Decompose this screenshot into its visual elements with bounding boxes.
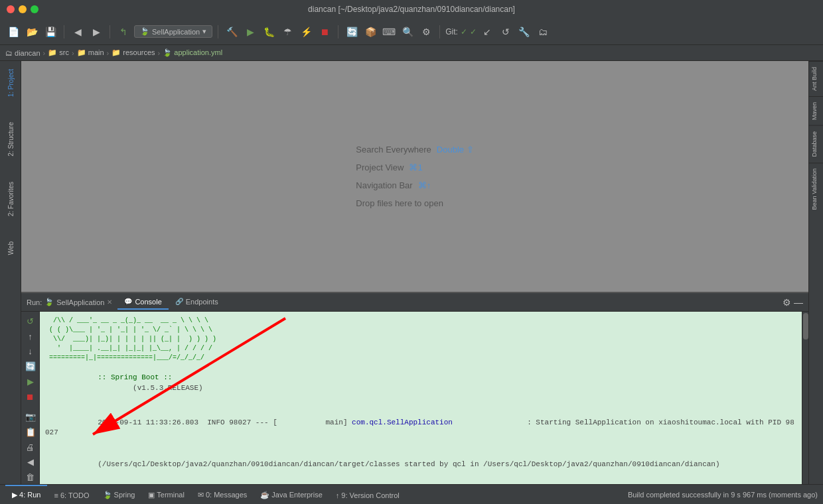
log-spacer	[45, 405, 796, 407]
maximize-button[interactable]	[31, 5, 38, 13]
forward-button[interactable]: ▶	[88, 24, 104, 40]
close-button[interactable]	[7, 5, 15, 13]
window-title: diancan [~/Desktop/java2/quanzhan/0910di…	[308, 5, 515, 14]
profile-button[interactable]: ⚡	[298, 24, 314, 40]
left-sidebar: 1: Project 2: Structure 2: Favorites Web	[0, 61, 21, 484]
close-run-tab[interactable]: ✕	[107, 298, 112, 306]
run-settings-button[interactable]: ⚙ —	[783, 297, 803, 308]
run-content: ↺ ↑ ↓ 🔄 ▶ ⏹ 📷 📋 🖨 ◀ 🗑 /\\ / ___'_ __ _ _…	[21, 312, 808, 484]
camera-button[interactable]: 📷	[21, 410, 40, 424]
bread-file[interactable]: 🍃 application.yml	[163, 48, 222, 57]
stop-button2[interactable]: ⏹	[21, 390, 40, 404]
bottom-tab-java-enterprise[interactable]: ☕ Java Enterprise	[254, 485, 329, 505]
bottom-tab-run[interactable]: ▶ 4: Run	[5, 485, 47, 505]
ascii-art-line2: ( ( )\___ | '_ | '_| | '_ \/ _` | \ \ \ …	[45, 326, 796, 334]
settings-button[interactable]: 🔧	[516, 24, 532, 40]
build-button[interactable]: 🔨	[224, 24, 240, 40]
bottom-tab-messages[interactable]: ✉ 0: Messages	[191, 485, 254, 505]
hint-search: Search Everywhere Double ⇧	[356, 145, 473, 155]
git-check2-icon[interactable]: ✓	[470, 27, 477, 36]
run-button[interactable]: ▶	[242, 24, 258, 40]
bottom-bar: ▶ 4: Run ≡ 6: TODO 🍃 Spring ▣ Terminal ✉…	[0, 484, 823, 504]
sidebar-item-structure[interactable]: 2: Structure	[1, 117, 20, 162]
editor-hints: Search Everywhere Double ⇧ Project View …	[356, 145, 473, 208]
copy-button[interactable]: 📋	[21, 425, 40, 439]
minimize-button[interactable]	[19, 5, 27, 13]
editor-area[interactable]: Search Everywhere Double ⇧ Project View …	[21, 61, 808, 292]
content-area: Search Everywhere Double ⇧ Project View …	[21, 61, 808, 484]
window-controls	[7, 5, 38, 13]
scroll-down-button[interactable]: ↓	[21, 344, 40, 358]
bread-src[interactable]: 📁 src	[48, 48, 69, 57]
vcs-button[interactable]: ⚙	[418, 24, 434, 40]
new-file-button[interactable]: 📄	[5, 24, 21, 40]
right-tab-maven[interactable]: Maven	[809, 96, 823, 125]
resume-button[interactable]: ▶	[21, 375, 40, 389]
keymap-button[interactable]: ⌨	[381, 24, 397, 40]
run-tabs-header: Run: 🍃 SellApplication ✕ 💬 Console 🔗 End…	[21, 293, 808, 312]
console-output[interactable]: /\\ / ___'_ __ _ _(_)_ __ __ _ \ \ \ \ (…	[40, 312, 802, 484]
hint-drop: Drop files here to open	[356, 198, 473, 208]
right-tab-bean[interactable]: Bean Validation	[809, 162, 823, 215]
open-button[interactable]: 📂	[24, 24, 40, 40]
ascii-art-line: /\\ / ___'_ __ _ _(_)_ __ __ _ \ \ \ \	[45, 316, 796, 325]
sep4	[338, 25, 338, 38]
scrollbar[interactable]	[802, 312, 808, 484]
scroll-up-button[interactable]: ↑	[21, 330, 40, 344]
back-button[interactable]: ◀	[70, 24, 86, 40]
clear-button[interactable]: 🗑	[21, 470, 40, 484]
bread-resources[interactable]: 📁 resources	[112, 48, 155, 57]
save-button[interactable]: 💾	[42, 24, 58, 40]
coverage-button[interactable]: ☂	[279, 24, 295, 40]
toolbar: 📄 📂 💾 ◀ ▶ ↰ 🍃 SellApplication ▾ 🔨 ▶ 🐛 ☂ …	[0, 19, 823, 45]
bread-diancan[interactable]: 🗂 diancan	[5, 49, 40, 57]
sep1	[64, 25, 64, 38]
bottom-tab-spring[interactable]: 🍃 Spring	[96, 485, 142, 505]
update-button[interactable]: 🔄	[344, 24, 360, 40]
git-check-icon[interactable]: ✓	[461, 27, 467, 36]
reload-button[interactable]: 🔄	[21, 359, 40, 373]
rerun-button[interactable]: ↺	[21, 314, 40, 328]
springboot-version-line: :: Spring Boot :: (v1.5.3.RELEASE)	[45, 363, 796, 404]
run-label: Run: 🍃 SellApplication ✕	[27, 298, 112, 306]
sidebar-item-project[interactable]: 1: Project	[1, 64, 20, 102]
collapse-button[interactable]: ◀	[21, 456, 40, 470]
right-tab-database[interactable]: Database	[809, 125, 823, 162]
bread-main[interactable]: 📁 main	[77, 48, 104, 57]
git-update-button[interactable]: ↙	[479, 24, 495, 40]
ascii-art-line5: =========|_|==============|___/=/_/_/_/	[45, 353, 796, 362]
git-section: Git: ✓ ✓ ↙ ↺	[445, 24, 514, 40]
breadcrumb: 🗂 diancan › 📁 src › 📁 main › 📁 resources…	[0, 45, 823, 61]
project-structure-button[interactable]: 🗂	[535, 24, 551, 40]
right-tab-ant[interactable]: Ant Build	[809, 61, 823, 96]
run-panel: Run: 🍃 SellApplication ✕ 💬 Console 🔗 End…	[21, 292, 808, 484]
sep2	[110, 25, 110, 38]
hint-nav: Navigation Bar ⌘↑	[356, 180, 473, 190]
run-config-selector[interactable]: 🍃 SellApplication ▾	[134, 25, 212, 38]
find-button[interactable]: 🔍	[400, 24, 415, 40]
main-layout: 1: Project 2: Structure 2: Favorites Web…	[0, 61, 823, 484]
git-revert-button[interactable]: ↺	[498, 24, 514, 40]
tab-endpoints[interactable]: 🔗 Endpoints	[169, 295, 225, 310]
log-line-1: 2019-09-11 11:33:26.803 INFO 98027 --- […	[45, 408, 796, 449]
log-line-1-cont: (/Users/qcl/Desktop/java2/quanzhan/0910d…	[45, 449, 796, 479]
scrollbar-thumb[interactable]	[803, 313, 808, 340]
sidebar-item-web[interactable]: Web	[1, 236, 20, 260]
bottom-tab-terminal[interactable]: ▣ Terminal	[141, 485, 190, 505]
sep5	[439, 25, 440, 38]
build-status: Build completed successfully in 9 s 967 …	[628, 491, 818, 499]
bottom-tab-vcs[interactable]: ↑ 9: Version Control	[329, 485, 406, 505]
print-button[interactable]: 🖨	[21, 440, 40, 454]
ascii-art-line3: \\/ ___)| |_)| | | | | || (_| | ) ) ) )	[45, 335, 796, 344]
hint-project: Project View ⌘1	[356, 162, 473, 172]
stop-button[interactable]: ⏹	[317, 24, 333, 40]
run-toolbar: ↺ ↑ ↓ 🔄 ▶ ⏹ 📷 📋 🖨 ◀ 🗑	[21, 312, 40, 484]
bottom-tab-todo[interactable]: ≡ 6: TODO	[47, 485, 96, 505]
titlebar: diancan [~/Desktop/java2/quanzhan/0910di…	[0, 0, 823, 19]
run-arrow-button[interactable]: ↰	[115, 24, 131, 40]
tab-console[interactable]: 💬 Console	[117, 295, 168, 310]
sep3	[218, 25, 218, 38]
sidebar-item-favorites[interactable]: 2: Favorites	[1, 176, 20, 221]
debug-button[interactable]: 🐛	[261, 24, 277, 40]
sdk-button[interactable]: 📦	[362, 24, 378, 40]
